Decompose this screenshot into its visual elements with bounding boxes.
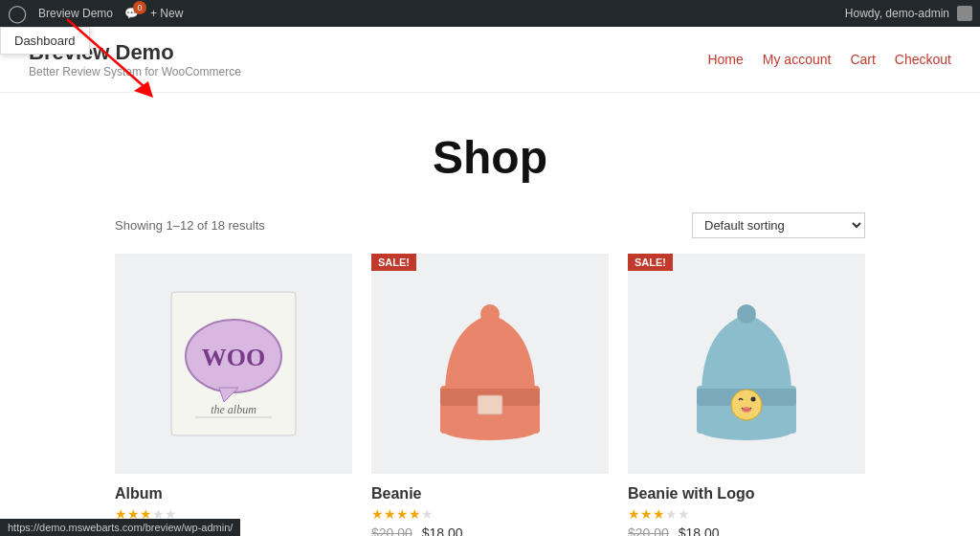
svg-rect-11 (478, 395, 502, 414)
admin-site-name: Breview Demo (38, 7, 113, 20)
product-name: Beanie with Logo (628, 485, 865, 502)
svg-text:the album: the album (211, 403, 256, 416)
admin-avatar (957, 6, 972, 21)
admin-bar: ◯ Breview Demo 💬 0 + New Howdy, demo-adm… (0, 0, 980, 27)
main-nav: Home My account Cart Checkout (707, 52, 951, 67)
svg-point-18 (742, 407, 751, 413)
site-tagline: Better Review System for WooCommerce (29, 65, 241, 78)
wp-icon[interactable]: ◯ (8, 3, 27, 24)
site-header: Breview Demo Better Review System for Wo… (0, 27, 980, 93)
product-image-album: WOO the album (167, 287, 301, 440)
admin-site-link[interactable]: Breview Demo (38, 7, 113, 20)
admin-bar-right: Howdy, demo-admin (845, 6, 972, 21)
svg-point-19 (737, 304, 756, 324)
svg-point-12 (480, 304, 500, 324)
page-title-section: Shop (0, 93, 980, 212)
product-image-beanie-orange (428, 285, 552, 443)
price-old: $20.00 (371, 525, 412, 536)
sale-badge: SALE! (371, 254, 416, 271)
page-title: Shop (0, 131, 980, 184)
product-image-wrap: WOO the album (115, 254, 352, 474)
dashboard-dropdown[interactable]: Dashboard (0, 27, 90, 55)
product-card: SALE! Beanie with Logo★★★★★$20.0 (628, 254, 865, 536)
comment-badge: 0 (133, 1, 146, 14)
nav-checkout[interactable]: Checkout (895, 52, 951, 67)
product-stars: ★★★★★ (628, 506, 865, 522)
product-price: $20.00 $18.00 (628, 525, 865, 536)
svg-text:WOO: WOO (202, 344, 265, 371)
new-content-link[interactable]: + New (150, 7, 183, 20)
product-name: Album (115, 485, 352, 502)
dashboard-item[interactable]: Dashboard (14, 34, 76, 48)
product-card: WOO the album Album★★★★★$15.00ADD TO CAR… (115, 254, 352, 536)
results-count: Showing 1–12 of 18 results (115, 218, 265, 233)
nav-cart[interactable]: Cart (850, 52, 875, 67)
product-grid: WOO the album Album★★★★★$15.00ADD TO CAR… (0, 254, 980, 536)
nav-my-account[interactable]: My account (763, 52, 832, 67)
sale-badge: SALE! (628, 254, 673, 271)
sort-select[interactable]: Default sorting Sort by popularity Sort … (692, 212, 865, 238)
product-card: SALE! Beanie★★★★★$20.00 $18.00ADD TO CAR… (371, 254, 609, 536)
product-image-wrap: SALE! (628, 254, 865, 474)
status-url: https://demo.mswebarts.com/breview/wp-ad… (8, 522, 233, 533)
product-name: Beanie (371, 485, 609, 502)
product-image-beanie-blue (684, 285, 809, 443)
svg-point-17 (751, 396, 756, 401)
howdy-text: Howdy, demo-admin (845, 7, 949, 20)
product-image-wrap: SALE! (371, 254, 609, 474)
comments-link[interactable]: 💬 0 (124, 7, 139, 20)
svg-point-16 (731, 390, 762, 420)
price-old: $20.00 (628, 525, 669, 536)
shop-controls: Showing 1–12 of 18 results Default sorti… (0, 212, 980, 254)
product-stars: ★★★★★ (371, 506, 609, 522)
product-price: $20.00 $18.00 (371, 525, 609, 536)
nav-home[interactable]: Home (707, 52, 743, 67)
status-bar: https://demo.mswebarts.com/breview/wp-ad… (0, 519, 240, 536)
